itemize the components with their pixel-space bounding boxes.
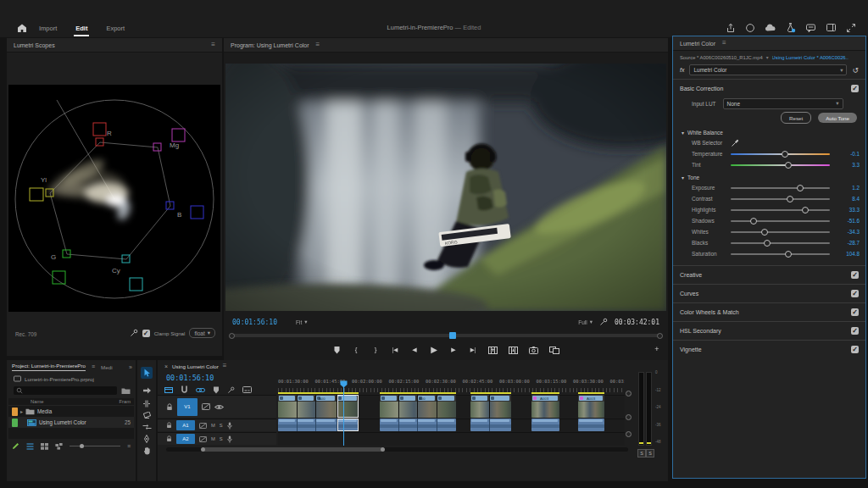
- tone-slider-value[interactable]: 1.2: [832, 185, 860, 191]
- add-marker-button[interactable]: [332, 346, 341, 354]
- new-search-bin-icon[interactable]: [121, 387, 131, 395]
- snap-magnet-icon[interactable]: [181, 385, 188, 394]
- button-editor-plus[interactable]: +: [653, 345, 661, 353]
- workspace-icon[interactable]: [826, 23, 837, 32]
- lock-icon[interactable]: [166, 422, 172, 429]
- timeline-add-marker-icon[interactable]: [213, 386, 220, 394]
- label-swatch[interactable]: [12, 408, 18, 416]
- program-panel-menu-icon[interactable]: ≡: [316, 42, 320, 48]
- voiceover-mic-icon[interactable]: [227, 435, 232, 443]
- wb-slider-handle[interactable]: [782, 151, 788, 158]
- lumetri-source-dropdown[interactable]: Source * A006C00260510_R1JC.mp4: [680, 55, 763, 60]
- slip-tool[interactable]: [141, 421, 153, 433]
- lumetri-section-vignette[interactable]: Vignette✓: [673, 340, 865, 358]
- tone-slider-value[interactable]: -51.6: [832, 218, 860, 224]
- section-checkbox[interactable]: ✓: [851, 290, 859, 297]
- wb-slider-value[interactable]: -0.1: [832, 151, 860, 157]
- label-swatch[interactable]: [12, 419, 18, 427]
- fullscreen-icon[interactable]: [846, 23, 856, 33]
- comparison-view-button[interactable]: [549, 347, 559, 354]
- timeline-horizontal-scrollbar[interactable]: [166, 447, 628, 452]
- scope-format-dropdown[interactable]: float▾: [189, 328, 215, 338]
- lumetri-panel-menu-icon[interactable]: ≡: [722, 40, 726, 47]
- timeline-playhead[interactable]: [343, 387, 344, 446]
- goto-out-button[interactable]: ▶|: [469, 346, 477, 354]
- zoom-slider[interactable]: [70, 446, 120, 446]
- tone-slider-track[interactable]: [731, 253, 830, 255]
- auto-tone-button[interactable]: Auto Tone: [818, 113, 857, 123]
- tone-slider-handle[interactable]: [785, 251, 792, 258]
- audio-clip[interactable]: [578, 419, 604, 431]
- media-browser-tab[interactable]: Medi: [101, 364, 112, 370]
- freeform-view-icon[interactable]: [55, 443, 63, 450]
- progress-circle-icon[interactable]: [745, 23, 755, 33]
- program-settings-wrench-icon[interactable]: [599, 318, 608, 326]
- wb-slider-handle[interactable]: [785, 162, 792, 169]
- white-balance-collapse-icon[interactable]: ▾: [682, 130, 684, 136]
- lift-button[interactable]: [488, 347, 498, 354]
- nest-sequence-icon[interactable]: [164, 386, 173, 394]
- tone-slider-track[interactable]: [731, 231, 830, 233]
- selection-tool[interactable]: [141, 367, 153, 379]
- audio-track-label[interactable]: A2: [176, 434, 195, 444]
- section-checkbox[interactable]: ✓: [851, 308, 859, 316]
- track-output-eye-icon[interactable]: [214, 404, 224, 410]
- beta-flask-icon[interactable]: [785, 22, 796, 33]
- panel-overflow-icon[interactable]: »: [129, 364, 132, 370]
- goto-in-button[interactable]: |◀: [391, 346, 399, 354]
- timeline-tab[interactable]: Using Lumetri Color: [172, 363, 219, 369]
- clamp-signal-checkbox[interactable]: ✓: [142, 330, 150, 337]
- item-name[interactable]: Media: [37, 408, 52, 414]
- section-checkbox[interactable]: ✓: [851, 271, 859, 279]
- captions-icon[interactable]: [242, 386, 252, 393]
- video-clip[interactable]: A003: [578, 395, 604, 418]
- project-breadcrumb[interactable]: Lumetri-in-PremierePro.prproj: [25, 376, 94, 382]
- section-checkbox[interactable]: ✓: [851, 346, 859, 353]
- mark-out-button[interactable]: }: [371, 346, 380, 354]
- lumetri-section-hsl-secondary[interactable]: HSL Secondary✓: [673, 321, 865, 340]
- ripple-edit-tool[interactable]: [141, 397, 153, 409]
- tone-slider-value[interactable]: -28.7: [832, 240, 860, 246]
- extract-button[interactable]: [509, 347, 518, 354]
- linked-selection-icon[interactable]: [196, 387, 205, 393]
- audio-clip[interactable]: [380, 419, 456, 431]
- project-writable-pencil-icon[interactable]: [12, 442, 19, 450]
- mute-button[interactable]: M: [211, 423, 215, 428]
- program-scrubber[interactable]: [231, 334, 661, 337]
- timeline-tab-close-icon[interactable]: ×: [164, 363, 168, 369]
- audio-clip[interactable]: [531, 419, 559, 431]
- tone-slider-value[interactable]: 8.4: [832, 196, 860, 202]
- tone-slider-value[interactable]: 104.8: [832, 251, 860, 257]
- razor-tool[interactable]: [141, 409, 153, 421]
- lumetri-section-creative[interactable]: Creative✓: [673, 265, 865, 284]
- wb-slider-track[interactable]: [731, 164, 830, 166]
- input-lut-dropdown[interactable]: None▾: [723, 98, 843, 109]
- video-clip[interactable]: A00: [380, 395, 456, 418]
- video-clip[interactable]: A003: [531, 395, 559, 418]
- reset-effect-icon[interactable]: ↺: [852, 66, 859, 75]
- audio-track-label[interactable]: A1: [176, 420, 195, 430]
- hand-tool[interactable]: [141, 445, 153, 457]
- reset-button[interactable]: Reset: [781, 112, 811, 124]
- tone-slider-handle[interactable]: [802, 207, 809, 214]
- timeline-ruler[interactable]: 00:01:30:0000:01:45:0000:02:00:0000:02:1…: [278, 379, 625, 386]
- scrollbar-thumb[interactable]: [202, 447, 384, 452]
- play-button[interactable]: ▶: [430, 346, 438, 354]
- video-track-label[interactable]: V1: [177, 398, 198, 416]
- program-current-timecode[interactable]: 00:01:56:10: [232, 319, 277, 326]
- sort-options-icon[interactable]: ≡: [127, 443, 131, 450]
- timeline-playhead-head[interactable]: [340, 380, 348, 388]
- solo-button[interactable]: S: [220, 423, 223, 428]
- wb-eyedropper-icon[interactable]: [731, 139, 739, 147]
- step-forward-button[interactable]: ▶: [449, 346, 458, 354]
- wb-slider-track[interactable]: [731, 153, 830, 155]
- lumetri-target-clip[interactable]: Using Lumetri Color * A006C0026..: [772, 55, 849, 60]
- sync-lock-icon[interactable]: [199, 423, 207, 429]
- tone-slider-value[interactable]: 33.3: [832, 207, 860, 213]
- cloud-sync-icon[interactable]: [765, 23, 776, 33]
- step-back-button[interactable]: ◀: [410, 346, 419, 354]
- project-tab[interactable]: Project: Lumetri-in-PremierePro: [12, 363, 86, 371]
- solo-button[interactable]: S: [220, 436, 223, 441]
- effect-select-dropdown[interactable]: Lumetri Color▾: [689, 64, 847, 75]
- project-row-sequence[interactable]: Using Lumetri Color 25: [8, 417, 134, 428]
